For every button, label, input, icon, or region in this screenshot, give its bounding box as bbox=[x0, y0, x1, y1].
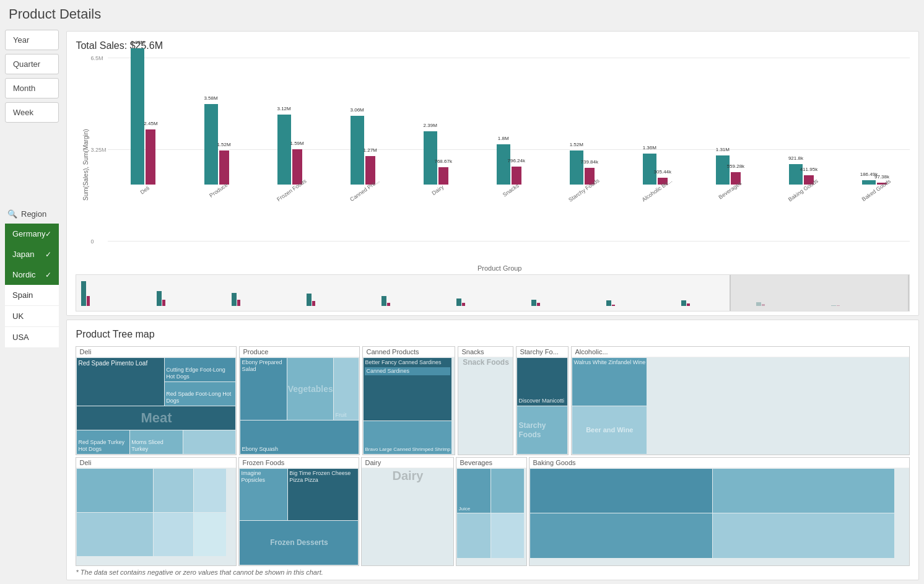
tm-block-deli-r2-d[interactable] bbox=[77, 513, 153, 556]
bar-group: 3.06M1.27MCanned Pro... bbox=[328, 58, 398, 194]
tm-block-deli-r2-c[interactable] bbox=[194, 469, 225, 512]
tm-block-vegetables[interactable]: Vegetables bbox=[287, 358, 334, 420]
tm-block-snack-foods[interactable]: Snack Foods bbox=[458, 357, 513, 455]
check-icon: ✓ bbox=[45, 250, 51, 259]
bar-group: 1.36M305.44kAlcoholic Be... bbox=[620, 58, 691, 194]
sidebar: Year Quarter Month Week 🔍 Region Germany… bbox=[0, 27, 64, 584]
tm-block-ebony-salad[interactable]: Ebony Prepared Salad bbox=[240, 358, 287, 420]
scroll-thumb[interactable] bbox=[730, 275, 909, 311]
bar-sales[interactable]: 2.39M bbox=[424, 131, 437, 185]
region-item-spain[interactable]: Spain bbox=[5, 285, 59, 306]
tm-block-bev-d[interactable] bbox=[491, 513, 524, 557]
bar-sales[interactable]: 3.12M bbox=[277, 115, 291, 185]
bar-group: 921.8k411.95kBaking Goods bbox=[766, 58, 837, 194]
treemap-alcoholic: Alcoholic... Walrus White Zinfandel Wine… bbox=[571, 346, 910, 455]
tm-block-bravo-canned[interactable]: Bravo Large Canned Shrimped Shrimp bbox=[364, 421, 451, 454]
search-icon: 🔍 bbox=[7, 209, 17, 219]
tm-block-frozen-desserts[interactable]: Frozen Desserts bbox=[240, 521, 358, 565]
tm-block-deli-r2-b[interactable] bbox=[154, 469, 193, 512]
tm-block-better-fancy[interactable]: Better Fancy Canned Sardines Canned Sard… bbox=[364, 358, 451, 421]
tm-block-red-spade-footlong[interactable]: Red Spade Foot-Long Hot Dogs bbox=[165, 382, 235, 406]
tm-block-imagine-popsicles[interactable]: Imagine Popsicles bbox=[240, 469, 287, 520]
filter-quarter[interactable]: Quarter bbox=[5, 54, 59, 74]
bar-sales[interactable]: 1.8M bbox=[497, 144, 510, 185]
tm-block-deli-r2-f[interactable] bbox=[194, 513, 225, 556]
tm-block-baking-b[interactable] bbox=[713, 469, 894, 513]
region-item-germany[interactable]: Germany ✓ bbox=[5, 224, 59, 244]
tm-block-baking-d[interactable] bbox=[713, 513, 894, 557]
tm-block-bev-b[interactable] bbox=[491, 469, 524, 513]
treemap-title: Product Tree map bbox=[76, 329, 910, 340]
treemap-canned: Canned Products Better Fancy Canned Sard… bbox=[362, 346, 455, 455]
y-axis-label: Sum(Sales), Sum(Margin) bbox=[76, 58, 89, 272]
treemap-dairy: Dairy Dairy bbox=[361, 457, 454, 566]
tm-block-beer-wine[interactable]: Beer and Wine bbox=[572, 406, 647, 454]
page-title: Product Details bbox=[0, 0, 924, 27]
tm-block-baking-c[interactable] bbox=[530, 513, 712, 557]
tm-block-moms-sliced[interactable]: Moms Sliced Turkey bbox=[130, 430, 183, 454]
filter-year[interactable]: Year bbox=[5, 30, 59, 50]
treemap-note: * The data set contains negative or zero… bbox=[76, 569, 910, 576]
tm-block-deli-r2-e[interactable] bbox=[154, 513, 193, 556]
filter-week[interactable]: Week bbox=[5, 102, 59, 123]
tm-block-dairy[interactable]: Dairy bbox=[362, 468, 453, 565]
bar-sales[interactable]: 1.52M bbox=[570, 150, 583, 185]
treemap-snacks: Snacks Snack Foods bbox=[458, 346, 513, 455]
treemap-deli: Deli Red Spade Pimento Loaf Cutting Edge… bbox=[76, 346, 237, 455]
region-item-uk[interactable]: UK bbox=[5, 306, 59, 327]
tm-block-meat[interactable]: Meat bbox=[77, 406, 235, 430]
region-item-usa[interactable]: USA bbox=[5, 327, 59, 348]
tm-block-fruit[interactable]: Fruit bbox=[334, 358, 359, 420]
chart-panel: Total Sales: $25.6M Sum(Sales), Sum(Marg… bbox=[66, 31, 919, 316]
region-item-nordic[interactable]: Nordic ✓ bbox=[5, 264, 59, 285]
tm-block-baking-a[interactable] bbox=[530, 469, 712, 513]
bar-group: 186.49k97.38kBaked Goods bbox=[839, 58, 910, 194]
check-icon: ✓ bbox=[45, 230, 51, 238]
tm-block-red-spade-pimento[interactable]: Red Spade Pimento Loaf bbox=[77, 358, 164, 406]
treemap-panel: Product Tree map Deli Red Spade Pimento … bbox=[66, 320, 919, 580]
tm-block-deli-misc[interactable] bbox=[183, 430, 236, 454]
treemap-frozen: Frozen Foods Imagine Popsicles Big Time … bbox=[238, 457, 359, 566]
tm-block-walrus-wine[interactable]: Walrus White Zinfandel Wine bbox=[572, 358, 647, 406]
treemap-produce: Produce Ebony Prepared Salad Vegetables … bbox=[239, 346, 360, 455]
bar-sales[interactable]: 3.58M bbox=[204, 104, 218, 185]
treemap-deli-r2: Deli bbox=[76, 457, 237, 566]
bar-group: 1.52M739.84kStarchy Foods bbox=[547, 58, 617, 194]
region-header: 🔍 Region bbox=[5, 204, 59, 224]
tm-block-turkey-hotdogs[interactable]: Red Spade Turkey Hot Dogs bbox=[77, 430, 129, 454]
bar-sales[interactable]: 3.06M bbox=[351, 116, 364, 185]
tm-block-cutting-edge[interactable]: Cutting Edge Foot-Long Hot Dogs bbox=[165, 358, 235, 381]
treemap-starchy: Starchy Fo... Discover Manicotti Starchy… bbox=[516, 346, 569, 455]
tm-block-bev-c[interactable] bbox=[457, 513, 490, 557]
bar-group: 3.12M1.59MFrozen Foods bbox=[255, 58, 325, 194]
tm-block-canned-sardines[interactable]: Canned Sardines bbox=[365, 367, 450, 375]
bar-group: 3.58M1.52MProduce bbox=[181, 58, 252, 194]
filter-month[interactable]: Month bbox=[5, 78, 59, 98]
bar-group: 1.31M559.28kBeverages bbox=[693, 58, 764, 194]
bar-sales[interactable]: 186.49k bbox=[862, 180, 876, 185]
chart-scroll[interactable] bbox=[76, 274, 910, 312]
bar-group: 2.39M768.67kDairy bbox=[401, 58, 471, 194]
bar-margin[interactable]: 2.45M bbox=[146, 129, 155, 185]
tm-block-discover-manicotti[interactable]: Discover Manicotti bbox=[517, 358, 567, 406]
bar-sales[interactable]: 6.08M bbox=[131, 48, 144, 185]
bar-sales[interactable]: 1.31M bbox=[716, 155, 730, 185]
bar-group: 6.08M2.45MDeli bbox=[108, 58, 178, 194]
tm-block-ebony-squash[interactable]: Ebony Squash bbox=[240, 421, 359, 454]
tm-block-deli-r2-a[interactable] bbox=[77, 469, 153, 512]
check-icon: ✓ bbox=[45, 271, 51, 279]
region-item-japan[interactable]: Japan ✓ bbox=[5, 244, 59, 264]
chart-title: Total Sales: $25.6M bbox=[76, 40, 910, 51]
treemap-baking: Baking Goods bbox=[529, 457, 910, 566]
region-list: Germany ✓ Japan ✓ Nordic ✓ Spain UK bbox=[5, 224, 59, 348]
tm-block-starchy-foods[interactable]: Starchy Foods bbox=[517, 406, 567, 454]
treemap-beverages: Beverages Juice bbox=[456, 457, 527, 566]
tm-block-bev-a[interactable]: Juice bbox=[457, 469, 490, 513]
bar-group: 1.8M796.24kSnacks bbox=[474, 58, 544, 194]
tm-block-big-time-pizza[interactable]: Big Time Frozen Cheese Pizza Pizza bbox=[288, 469, 358, 520]
x-axis-label: Product Group bbox=[89, 264, 910, 272]
